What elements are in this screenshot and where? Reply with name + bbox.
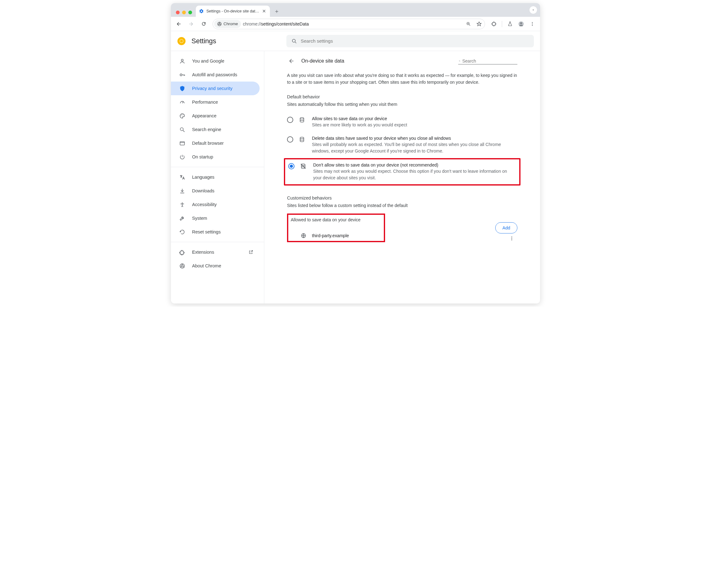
svg-line-18 (182, 102, 183, 103)
svg-point-38 (512, 240, 512, 241)
radio-option-allow[interactable]: Allow sites to save data on your device … (287, 112, 517, 132)
sidebar-item-on-startup[interactable]: On startup (171, 150, 260, 164)
svg-point-21 (182, 114, 183, 115)
page-back-button[interactable] (287, 57, 296, 65)
allowed-site-row[interactable]: third-party.example (291, 228, 381, 238)
radio-option-delete-on-close[interactable]: Delete data sites have saved to your dev… (287, 132, 517, 158)
sidebar-item-appearance[interactable]: Appearance (171, 109, 260, 123)
browser-toolbar: Chrome chrome://settings/content/siteDat… (171, 17, 540, 31)
default-behavior-title: Default behavior (287, 94, 517, 99)
svg-point-8 (532, 22, 533, 23)
extension-icon (179, 249, 185, 255)
database-icon (299, 136, 306, 143)
svg-point-1 (219, 23, 220, 25)
highlight-annotation-2: Allowed to save data on your device thir… (287, 214, 385, 242)
close-window-button[interactable] (176, 10, 180, 14)
sidebar-item-search-engine[interactable]: Search engine (171, 123, 260, 136)
sidebar-item-languages[interactable]: Languages (171, 170, 260, 184)
sidebar-item-system[interactable]: System (171, 211, 260, 225)
sidebar-item-privacy[interactable]: Privacy and security (171, 82, 260, 95)
sidebar-item-label: On startup (192, 154, 213, 159)
svg-point-19 (180, 115, 181, 116)
sidebar-item-downloads[interactable]: Downloads (171, 184, 260, 198)
svg-point-10 (532, 25, 533, 26)
sidebar-item-you-and-google[interactable]: You and Google (171, 54, 260, 68)
svg-point-20 (181, 114, 182, 115)
shield-icon (179, 85, 185, 91)
tab-close-button[interactable]: ✕ (262, 9, 267, 14)
customized-behaviors-subtitle: Sites listed below follow a custom setti… (287, 203, 517, 208)
back-button[interactable] (173, 19, 184, 29)
svg-point-14 (292, 39, 296, 42)
search-settings-field[interactable] (286, 35, 534, 47)
svg-point-7 (520, 22, 522, 24)
svg-point-13 (180, 40, 183, 43)
address-bar[interactable]: Chrome chrome://settings/content/siteDat… (213, 19, 485, 29)
page-title: On-device site data (301, 58, 344, 64)
sidebar-item-reset[interactable]: Reset settings (171, 225, 260, 239)
sidebar-item-performance[interactable]: Performance (171, 95, 260, 109)
sidebar-item-label: About Chrome (192, 263, 221, 268)
wrench-icon (179, 215, 185, 221)
radio-button[interactable] (288, 163, 295, 169)
open-external-icon (249, 249, 253, 255)
bookmark-button[interactable] (475, 20, 483, 28)
minimize-window-button[interactable] (182, 10, 186, 14)
page-search-input[interactable] (462, 59, 517, 64)
labs-button[interactable] (504, 19, 515, 29)
page-header: On-device site data (287, 57, 517, 65)
profile-button[interactable] (516, 19, 526, 29)
url-text: chrome://settings/content/siteData (243, 21, 462, 26)
browser-icon (179, 140, 185, 146)
sidebar-separator (171, 242, 264, 242)
sidebar-item-accessibility[interactable]: Accessibility (171, 198, 260, 211)
maximize-window-button[interactable] (188, 10, 192, 14)
svg-point-36 (512, 237, 512, 238)
site-chip-label: Chrome (223, 21, 238, 26)
page-search-field[interactable] (458, 58, 517, 64)
svg-point-17 (180, 74, 182, 75)
search-settings-input[interactable] (301, 38, 529, 44)
browser-tab[interactable]: Settings - On-device site dat… ✕ (196, 6, 270, 17)
settings-favicon-icon (199, 9, 204, 14)
browser-window: Settings - On-device site dat… ✕ ＋ Chrom… (171, 3, 540, 304)
radio-option-dont-allow[interactable]: Don't allow sites to save data on your d… (287, 160, 517, 183)
default-behavior-subtitle: Sites automatically follow this setting … (287, 102, 517, 107)
sidebar-item-label: Downloads (192, 188, 214, 193)
sidebar-item-label: Autofill and passwords (192, 72, 237, 77)
new-tab-button[interactable]: ＋ (273, 7, 281, 16)
radio-subtitle: Sites will probably work as expected. Yo… (312, 141, 517, 154)
toolbar-divider (502, 21, 502, 27)
sidebar-item-label: Privacy and security (192, 86, 233, 91)
sidebar-item-default-browser[interactable]: Default browser (171, 136, 260, 150)
site-chip[interactable]: Chrome (214, 20, 241, 28)
svg-point-9 (532, 23, 533, 24)
globe-icon (301, 233, 306, 238)
svg-line-30 (460, 61, 460, 61)
radio-button[interactable] (287, 136, 293, 143)
extensions-button[interactable] (489, 19, 499, 29)
tab-search-button[interactable] (530, 6, 537, 14)
svg-line-23 (183, 130, 184, 132)
svg-point-31 (300, 118, 304, 119)
sidebar-item-extensions[interactable]: Extensions (171, 245, 260, 259)
zoom-icon[interactable] (464, 20, 473, 28)
chrome-menu-button[interactable] (527, 19, 538, 29)
svg-point-26 (181, 202, 182, 203)
database-off-icon (300, 163, 307, 169)
toolbar-actions (489, 19, 538, 29)
forward-button[interactable] (186, 19, 196, 29)
reset-icon (179, 229, 185, 235)
chrome-icon (217, 22, 222, 26)
radio-title: Allow sites to save data on your device (312, 116, 407, 121)
radio-button[interactable] (287, 117, 293, 123)
speedometer-icon (179, 99, 185, 105)
site-more-button[interactable] (508, 234, 516, 243)
sidebar-separator (171, 167, 264, 167)
settings-header: Settings (171, 31, 540, 51)
sidebar-item-about[interactable]: About Chrome (171, 259, 260, 273)
reload-button[interactable] (198, 19, 209, 29)
add-site-button[interactable]: Add (495, 222, 517, 234)
page-intro-text: A site you visit can save info about wha… (287, 72, 517, 86)
sidebar-item-autofill[interactable]: Autofill and passwords (171, 68, 260, 82)
